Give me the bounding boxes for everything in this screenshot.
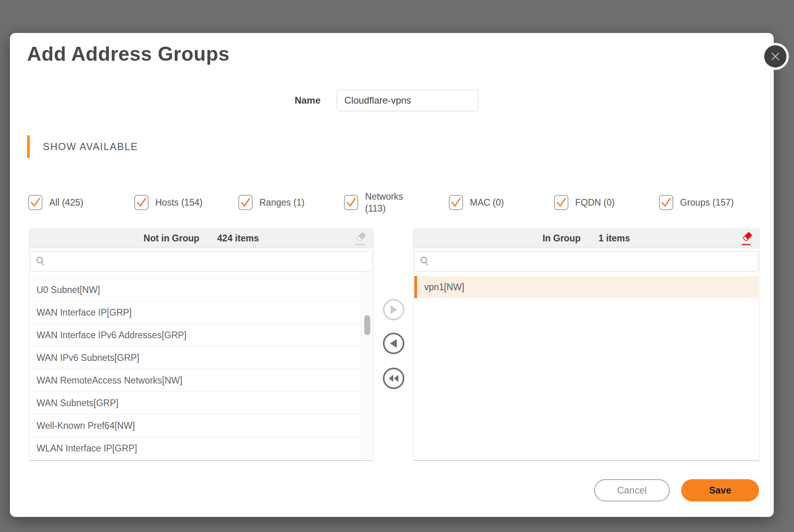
not-in-group-panel: Not in Group 424 items <box>29 229 373 461</box>
filter-label: MAC (0) <box>470 197 504 208</box>
filter-checkbox-item[interactable]: All (425) <box>28 183 83 222</box>
checkbox-icon[interactable] <box>134 195 149 210</box>
checkmark-icon <box>555 197 567 208</box>
in-group-header: In Group 1 items <box>413 229 759 248</box>
list-item-label: WAN Interface IP[GRP] <box>37 307 131 318</box>
list-item[interactable]: Well-Known Pref64[NW] <box>30 414 360 437</box>
not-in-group-searchbox <box>30 251 372 272</box>
in-group-searchbox <box>414 251 758 272</box>
list-item-label: WAN Subnets[GRP] <box>37 398 118 409</box>
save-button[interactable]: Save <box>681 479 759 501</box>
in-group-panel: In Group 1 items <box>413 229 759 461</box>
list-item[interactable]: WAN RemoteAccess Networks[NW] <box>30 369 360 392</box>
checkmark-icon <box>345 197 357 208</box>
filter-checkbox-item[interactable]: Networks (113) <box>344 183 413 222</box>
section-title: SHOW AVAILABLE <box>43 141 138 152</box>
section-accent-bar <box>27 135 30 158</box>
filter-checkbox-item[interactable]: Ranges (1) <box>238 183 305 222</box>
list-item-label: U0 Subnet[NW] <box>37 285 100 295</box>
checkbox-icon[interactable] <box>554 195 568 210</box>
checkbox-icon[interactable] <box>238 195 253 210</box>
in-group-search-input[interactable] <box>434 256 753 267</box>
checkbox-icon[interactable] <box>344 195 358 210</box>
list-item[interactable]: U0 Subnet[NW] <box>30 279 360 301</box>
list-item-label: WAN RemoteAccess Networks[NW] <box>37 375 182 386</box>
clear-selection-button[interactable] <box>352 231 368 247</box>
filter-row: All (425) Hosts (154) <box>10 183 774 222</box>
filter-label: Groups (157) <box>680 197 734 208</box>
list-item[interactable]: WAN IPv6 Subnets[GRP] <box>30 347 360 369</box>
move-left-button[interactable] <box>383 333 404 354</box>
arrow-right-icon <box>389 305 398 315</box>
checkbox-icon[interactable] <box>28 195 43 210</box>
in-group-list: vpn1[NW] <box>414 273 758 459</box>
dialog-title: Add Address Groups <box>27 42 230 66</box>
list-item-label: WLAN Interface IP[GRP] <box>37 443 137 454</box>
in-group-title: In Group <box>543 233 581 244</box>
list-item[interactable]: WAN Interface IP[GRP] <box>30 301 360 324</box>
name-label: Name <box>256 90 321 111</box>
in-group-count: 1 items <box>599 233 630 244</box>
search-icon <box>419 256 430 266</box>
checkbox-icon[interactable] <box>449 195 463 210</box>
cancel-button[interactable]: Cancel <box>594 479 670 501</box>
list-item[interactable]: WAN Subnets[GRP] <box>30 392 360 414</box>
list-item-label: WAN IPv6 Subnets[GRP] <box>37 353 139 363</box>
filter-checkbox-item[interactable]: FQDN (0) <box>554 183 615 222</box>
list-item-label: WAN Interface IPv6 Addresses[GRP] <box>37 330 187 341</box>
checkbox-icon[interactable] <box>659 195 673 210</box>
close-button[interactable] <box>764 45 786 67</box>
list-item[interactable]: WLAN Interface IP[GRP] <box>30 437 360 459</box>
screen-backdrop: Add Address Groups Name SHOW AVAILABLE A… <box>0 0 794 532</box>
filter-label: Hosts (154) <box>155 197 203 208</box>
not-in-group-list: U0 Subnet[NW] WAN Interface IP[GRP] WAN … <box>30 273 360 459</box>
show-available-section: SHOW AVAILABLE <box>27 134 138 159</box>
list-item[interactable]: WAN Interface IPv6 Addresses[GRP] <box>30 324 360 347</box>
clear-group-button[interactable] <box>738 231 754 247</box>
checkmark-icon <box>450 197 462 208</box>
selected-list-item[interactable]: vpn1[NW] <box>414 276 758 298</box>
filter-label: Networks (113) <box>365 191 413 214</box>
list-scroll-sliver <box>30 273 360 279</box>
not-in-group-count: 424 items <box>217 233 259 244</box>
move-right-button[interactable] <box>383 299 404 320</box>
not-in-group-search-input[interactable] <box>50 256 367 267</box>
checkmark-icon <box>29 197 41 208</box>
eraser-red-icon <box>739 232 753 247</box>
checkmark-icon <box>135 197 147 208</box>
checkmark-icon <box>240 197 251 208</box>
filter-checkbox-item[interactable]: MAC (0) <box>449 183 504 222</box>
filter-label: All (425) <box>49 197 83 208</box>
close-icon <box>770 51 780 62</box>
filter-checkbox-item[interactable]: Groups (157) <box>659 183 734 222</box>
filter-label: Ranges (1) <box>259 197 305 208</box>
eraser-icon <box>353 232 367 247</box>
add-address-groups-dialog: Add Address Groups Name SHOW AVAILABLE A… <box>10 33 774 517</box>
scrollbar-track[interactable] <box>361 272 373 459</box>
checkmark-icon <box>660 197 672 208</box>
scrollbar-thumb[interactable] <box>364 315 370 335</box>
filter-checkbox-item[interactable]: Hosts (154) <box>134 183 203 222</box>
double-arrow-left-icon <box>388 374 400 383</box>
not-in-group-header: Not in Group 424 items <box>29 229 373 248</box>
arrow-left-icon <box>389 338 398 349</box>
list-item-label: Well-Known Pref64[NW] <box>37 420 135 431</box>
move-all-left-button[interactable] <box>383 368 404 389</box>
list-item-label: vpn1[NW] <box>424 282 464 293</box>
name-input[interactable] <box>337 90 478 111</box>
not-in-group-title: Not in Group <box>143 233 199 244</box>
filter-label: FQDN (0) <box>575 197 615 208</box>
search-icon <box>35 256 46 266</box>
